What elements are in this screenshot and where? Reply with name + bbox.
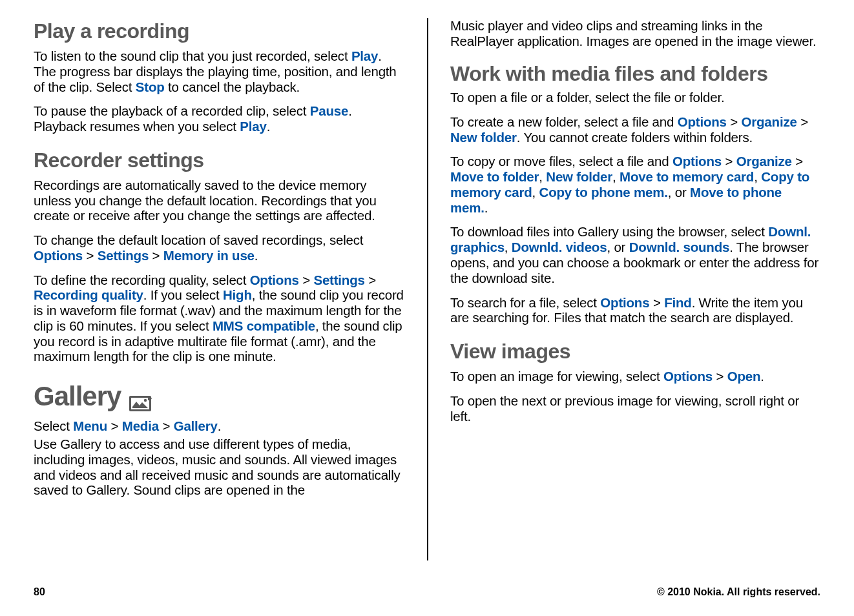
- link-options[interactable]: Options: [600, 295, 649, 310]
- paragraph: To download files into Gallery using the…: [450, 224, 820, 285]
- text: .: [218, 418, 222, 433]
- link-memory-in-use[interactable]: Memory in use: [163, 248, 255, 263]
- text: ,: [505, 240, 512, 254]
- link-play[interactable]: Play: [351, 48, 378, 63]
- text: Select: [34, 418, 73, 433]
- paragraph: Select Menu > Media > Gallery.: [34, 418, 405, 434]
- breadcrumb-separator: >: [797, 114, 808, 129]
- paragraph: To pause the playback of a recorded clip…: [34, 103, 405, 134]
- breadcrumb-separator: >: [792, 154, 803, 169]
- link-menu[interactable]: Menu: [73, 418, 107, 433]
- gallery-icon: [129, 387, 152, 406]
- left-column: Play a recording To listen to the sound …: [34, 18, 427, 560]
- link-copy-phone-mem[interactable]: Copy to phone mem.: [539, 185, 668, 200]
- text: To download files into Gallery using the…: [450, 224, 768, 239]
- link-organize[interactable]: Organize: [736, 154, 792, 169]
- text: To define the recording quality, select: [34, 272, 250, 287]
- right-column: Music player and video clips and streami…: [427, 18, 820, 560]
- paragraph: To open a file or a folder, select the f…: [450, 90, 820, 105]
- link-organize[interactable]: Organize: [742, 114, 797, 129]
- text: ,: [532, 185, 539, 200]
- link-downld-videos[interactable]: Downld. videos: [512, 240, 607, 254]
- link-find[interactable]: Find: [664, 295, 691, 310]
- link-media[interactable]: Media: [122, 418, 159, 433]
- text: , or: [668, 185, 690, 200]
- text: .: [267, 119, 271, 134]
- text: ,: [539, 169, 546, 184]
- link-options[interactable]: Options: [672, 154, 722, 169]
- breadcrumb-separator: >: [83, 248, 98, 263]
- breadcrumb-separator: >: [149, 248, 163, 263]
- heading-gallery: Gallery: [34, 381, 405, 412]
- breadcrumb-separator: >: [159, 418, 174, 433]
- heading-recorder-settings: Recorder settings: [34, 149, 405, 172]
- link-new-folder[interactable]: New folder: [546, 169, 612, 184]
- breadcrumb-separator: >: [299, 272, 314, 287]
- link-play[interactable]: Play: [240, 119, 266, 134]
- paragraph: Use Gallery to access and use different …: [34, 436, 405, 498]
- link-mms-compatible[interactable]: MMS compatible: [213, 318, 315, 333]
- page-footer: 80 © 2010 Nokia. All rights reserved.: [34, 586, 820, 598]
- copyright: © 2010 Nokia. All rights reserved.: [657, 586, 820, 598]
- link-stop[interactable]: Stop: [136, 79, 165, 94]
- breadcrumb-separator: >: [365, 272, 376, 287]
- text: ,: [612, 169, 620, 184]
- paragraph: To listen to the sound clip that you jus…: [34, 48, 405, 94]
- text: .: [255, 248, 258, 263]
- link-recording-quality[interactable]: Recording quality: [34, 287, 143, 302]
- link-settings[interactable]: Settings: [98, 248, 149, 263]
- link-options[interactable]: Options: [678, 114, 727, 129]
- text: , or: [607, 240, 629, 254]
- paragraph: To search for a file, select Options > F…: [450, 295, 820, 326]
- text: To change the default location of saved …: [34, 232, 363, 247]
- text: . If you select: [143, 287, 223, 302]
- heading-work-media: Work with media files and folders: [450, 63, 820, 85]
- link-options[interactable]: Options: [663, 369, 713, 384]
- paragraph: To copy or move files, select a file and…: [450, 154, 820, 215]
- link-settings[interactable]: Settings: [313, 272, 364, 287]
- paragraph: To create a new folder, select a file an…: [450, 114, 820, 145]
- breadcrumb-separator: >: [727, 114, 742, 129]
- paragraph: To open the next or previous image for v…: [450, 393, 820, 424]
- link-new-folder[interactable]: New folder: [450, 130, 517, 145]
- text: To listen to the sound clip that you jus…: [34, 48, 351, 63]
- text: ,: [754, 169, 761, 184]
- paragraph: To change the default location of saved …: [34, 232, 405, 263]
- paragraph: Music player and video clips and streami…: [450, 18, 820, 49]
- breadcrumb-separator: >: [713, 369, 727, 384]
- text: To pause the playback of a recorded clip…: [34, 103, 310, 118]
- paragraph: To define the recording quality, select …: [34, 272, 405, 365]
- breadcrumb-separator: >: [649, 295, 664, 310]
- breadcrumb-separator: >: [722, 154, 736, 169]
- text: . You cannot create folders within folde…: [517, 130, 753, 145]
- text: .: [760, 369, 764, 384]
- link-gallery[interactable]: Gallery: [174, 418, 218, 433]
- link-options[interactable]: Options: [250, 272, 299, 287]
- heading-gallery-text: Gallery: [34, 381, 121, 412]
- text: To create a new folder, select a file an…: [450, 114, 678, 129]
- link-pause[interactable]: Pause: [310, 103, 348, 118]
- heading-view-images: View images: [450, 340, 820, 364]
- link-downld-sounds[interactable]: Downld. sounds: [629, 240, 730, 254]
- text: to cancel the playback.: [165, 79, 300, 94]
- page-number: 80: [34, 586, 45, 598]
- svg-point-2: [144, 399, 147, 402]
- link-options[interactable]: Options: [34, 248, 83, 263]
- text: To search for a file, select: [450, 295, 600, 310]
- breadcrumb-separator: >: [107, 418, 122, 433]
- text: To open an image for viewing, select: [450, 369, 663, 384]
- heading-play-recording: Play a recording: [34, 19, 405, 43]
- text: .: [484, 200, 488, 215]
- link-high[interactable]: High: [223, 287, 252, 302]
- link-move-to-folder[interactable]: Move to folder: [450, 169, 539, 184]
- paragraph: To open an image for viewing, select Opt…: [450, 369, 820, 384]
- paragraph: Recordings are automatically saved to th…: [34, 178, 405, 223]
- text: To copy or move files, select a file and: [450, 154, 672, 169]
- link-open[interactable]: Open: [727, 369, 761, 384]
- link-move-memory-card[interactable]: Move to memory card: [620, 169, 754, 184]
